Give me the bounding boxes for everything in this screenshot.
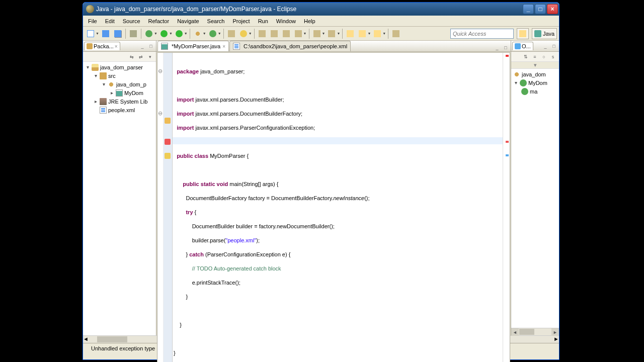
minimize-editor-button[interactable]: _ <box>493 44 501 51</box>
overview-ruler[interactable] <box>503 53 510 362</box>
save-all-button[interactable] <box>112 28 123 39</box>
expand-icon[interactable]: ▾ <box>534 62 537 68</box>
build-button[interactable] <box>128 28 139 39</box>
run-last-button[interactable] <box>174 28 185 39</box>
outline-package[interactable]: java_dom <box>511 70 559 78</box>
scroll-left-icon[interactable]: ◄ <box>511 328 519 336</box>
last-edit-button[interactable] <box>345 28 356 39</box>
hide-static-button[interactable]: s <box>549 53 557 60</box>
view-menu-button[interactable]: ▾ <box>146 53 154 60</box>
dropdown-icon[interactable]: ▼ <box>249 32 252 35</box>
filter-button[interactable]: ≡ <box>531 53 539 60</box>
hide-fields-button[interactable]: ○ <box>540 53 548 60</box>
maximize-button[interactable]: □ <box>535 4 546 14</box>
expand-icon[interactable]: ▸ <box>109 90 115 96</box>
dropdown-icon[interactable]: ▼ <box>203 32 206 35</box>
pin-button[interactable] <box>390 28 401 39</box>
prev-annotation-button[interactable] <box>326 28 337 39</box>
tree-java-file[interactable]: ▸MyDom <box>83 88 156 97</box>
menu-search[interactable]: Search <box>203 17 229 26</box>
open-perspective-button[interactable] <box>517 28 529 39</box>
back-button[interactable] <box>357 28 368 39</box>
expand-icon[interactable]: ▾ <box>513 80 519 85</box>
open-type-button[interactable] <box>226 28 237 39</box>
java-perspective-button[interactable]: Java <box>532 28 557 39</box>
new-package-button[interactable] <box>192 28 203 39</box>
dropdown-icon[interactable]: ▼ <box>154 32 157 35</box>
expand-icon[interactable]: ▸ <box>93 99 99 104</box>
error-overview-icon[interactable] <box>506 141 509 143</box>
task-overview-icon[interactable] <box>506 154 509 156</box>
menu-help[interactable]: Help <box>300 17 319 26</box>
tree-jre-lib[interactable]: ▸JRE System Lib <box>83 97 156 106</box>
dropdown-icon[interactable]: ▼ <box>337 32 340 35</box>
outline-tab[interactable]: O... <box>512 42 533 50</box>
close-button[interactable]: × <box>547 4 558 14</box>
outline-method[interactable]: ma <box>511 87 559 96</box>
error-overview-icon[interactable] <box>506 55 509 57</box>
new-button[interactable] <box>85 28 96 39</box>
save-button[interactable] <box>100 28 111 39</box>
error-marker[interactable] <box>165 139 171 145</box>
expand-icon[interactable]: ▾ <box>93 73 99 78</box>
link-editor-button[interactable]: ⇄ <box>137 53 145 60</box>
scroll-left-icon[interactable]: ◄ <box>83 336 89 343</box>
quickfix-marker[interactable] <box>165 153 171 159</box>
menu-source[interactable]: Source <box>119 17 144 26</box>
scroll-right-icon[interactable]: ► <box>551 328 559 336</box>
toggle-breadcrumb-button[interactable] <box>269 28 280 39</box>
outline-class[interactable]: ▾MyDom <box>511 78 559 87</box>
scrollbar-thumb[interactable] <box>97 336 127 342</box>
tree-src[interactable]: ▾src <box>83 71 156 80</box>
menu-navigate[interactable]: Navigate <box>173 17 203 26</box>
dropdown-icon[interactable]: ▼ <box>367 32 371 35</box>
code-content[interactable]: package java_dom_parser; import javax.xm… <box>173 53 503 362</box>
fold-icon[interactable]: ⊖ <box>158 68 163 74</box>
maximize-view-button[interactable]: □ <box>550 43 558 50</box>
dropdown-icon[interactable]: ▼ <box>218 32 221 35</box>
collapse-all-button[interactable]: ⇆ <box>128 53 136 60</box>
sort-button[interactable]: ⇅ <box>522 53 530 60</box>
menu-file[interactable]: File <box>84 17 101 26</box>
fold-icon[interactable]: ⊖ <box>158 110 163 117</box>
dropdown-icon[interactable]: ▼ <box>96 32 99 35</box>
expand-icon[interactable]: ▾ <box>101 81 107 87</box>
package-explorer-tab[interactable]: Packa... × <box>84 42 120 50</box>
editor-tab-people-xml[interactable]: C:\sandbox2\java_dom_parser\people.xml <box>229 41 351 51</box>
scroll-right-icon[interactable]: ► <box>553 336 559 343</box>
quick-access-input[interactable] <box>450 29 514 39</box>
title-bar[interactable]: Java - java_dom_parser/src/java_dom_pars… <box>83 3 559 16</box>
warning-marker[interactable] <box>165 118 171 124</box>
dropdown-icon[interactable]: ▼ <box>169 32 173 35</box>
tree-project[interactable]: ▾java_dom_parser <box>83 63 156 71</box>
marker-gutter[interactable] <box>164 53 173 362</box>
dropdown-icon[interactable]: ▼ <box>322 32 326 35</box>
menu-window[interactable]: Window <box>272 17 300 26</box>
run-button[interactable] <box>158 28 170 39</box>
menu-refactor[interactable]: Refactor <box>144 17 174 26</box>
menu-run[interactable]: Run <box>254 17 272 26</box>
toggle-block-button[interactable] <box>281 28 292 39</box>
tree-xml-file[interactable]: people.xml <box>83 106 156 114</box>
dropdown-icon[interactable]: ▼ <box>382 32 386 35</box>
folding-ruler[interactable]: ⊖ ⊖ <box>157 53 164 362</box>
dropdown-icon[interactable]: ▼ <box>184 32 188 35</box>
maximize-editor-button[interactable]: □ <box>502 44 510 51</box>
minimize-view-button[interactable]: _ <box>541 43 549 50</box>
close-icon[interactable]: × <box>115 44 118 49</box>
show-whitespace-button[interactable] <box>293 28 304 39</box>
dropdown-icon[interactable]: ▼ <box>303 32 307 35</box>
menu-project[interactable]: Project <box>228 17 254 26</box>
next-annotation-button[interactable] <box>311 28 323 39</box>
expand-icon[interactable]: ▾ <box>85 64 91 70</box>
minimize-view-button[interactable]: _ <box>138 43 146 50</box>
close-icon[interactable]: × <box>222 44 225 49</box>
toggle-mark-button[interactable] <box>257 28 268 39</box>
code-editor[interactable]: ⊖ ⊖ package java_dom_parser; import java… <box>157 52 510 362</box>
maximize-view-button[interactable]: □ <box>147 43 155 50</box>
tree-package[interactable]: ▾java_dom_p <box>83 80 156 88</box>
menu-edit[interactable]: Edit <box>101 17 119 26</box>
debug-button[interactable] <box>143 28 154 39</box>
forward-button[interactable] <box>372 28 383 39</box>
editor-tab-mydomparser[interactable]: *MyDomParser.java × <box>157 41 229 51</box>
